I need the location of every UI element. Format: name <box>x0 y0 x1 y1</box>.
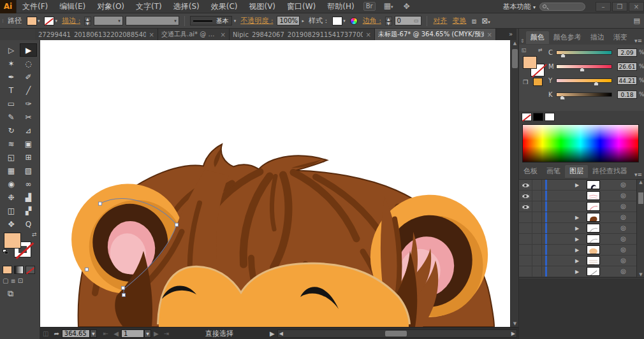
status-expand-icon[interactable]: ▶ <box>270 330 275 337</box>
color-tab-渐变[interactable]: 渐变 <box>609 31 632 44</box>
panel-menu-icon[interactable]: ▾≡ <box>634 38 644 44</box>
direct-selection-tool[interactable]: ▷ <box>3 43 20 57</box>
expand-triangle-icon[interactable]: ▶ <box>575 226 579 231</box>
color-tab-描边[interactable]: 描边 <box>586 31 609 44</box>
gradient-tool[interactable]: ▧ <box>20 164 37 177</box>
expand-triangle-icon[interactable]: ▶ <box>575 258 579 264</box>
layer-target-icon[interactable]: ◎ <box>620 192 626 199</box>
out-of-web-color-icon[interactable]: ❒ <box>523 79 528 85</box>
rectangle-tool[interactable]: ▭ <box>3 97 20 110</box>
pen-tool[interactable]: ✒ <box>3 70 20 83</box>
expand-triangle-icon[interactable]: ▶ <box>575 215 579 220</box>
slider-value[interactable]: 0.18 <box>617 90 637 99</box>
export-icon[interactable]: ➦ <box>54 330 59 337</box>
visibility-eye-icon[interactable] <box>522 194 530 199</box>
panel-tab-路径查找器[interactable]: 路径查找器 <box>588 165 632 178</box>
scroll-down-icon[interactable]: ▼ <box>637 272 644 277</box>
opacity-value[interactable]: 100% <box>277 16 300 25</box>
panel-tab-图层[interactable]: 图层 <box>565 165 588 178</box>
select-similar-icon[interactable]: ⊠▾ <box>481 17 490 25</box>
stroke-weight-dropdown[interactable]: ▾ <box>94 16 123 25</box>
visibility-eye-icon[interactable] <box>522 205 530 210</box>
layer-thumbnail[interactable] <box>587 202 600 211</box>
transform-link[interactable]: 变换 <box>453 16 467 25</box>
layer-row[interactable]: ▶◎ <box>519 223 636 234</box>
panel-fill-swatch[interactable] <box>523 56 537 69</box>
perspective-grid-tool[interactable]: ⊞ <box>20 150 37 164</box>
arrange-documents-icon[interactable]: ▦▾ <box>382 2 395 11</box>
stroke-link[interactable]: 描边 : <box>62 16 80 25</box>
layer-row[interactable]: ▶◎ <box>519 256 636 266</box>
chevron-down-icon[interactable]: ▾ <box>343 18 346 24</box>
recolor-artwork-icon[interactable] <box>350 17 358 25</box>
layer-thumbnail[interactable] <box>587 213 600 222</box>
swap-colors-icon[interactable]: ⇄ <box>538 47 543 53</box>
tab-close-icon[interactable]: × <box>221 31 226 38</box>
search-input[interactable] <box>539 3 585 11</box>
panel-menu-icon[interactable]: ▾≡ <box>634 171 644 178</box>
slider-track[interactable] <box>556 50 612 55</box>
slider-value[interactable]: 26.61 <box>617 62 637 71</box>
zoom-tool[interactable]: Q <box>20 217 37 231</box>
default-colors-icon[interactable]: ◱ <box>522 47 527 53</box>
layer-thumbnail[interactable] <box>587 267 600 276</box>
canvas-artboard[interactable] <box>40 40 510 327</box>
vertical-scrollbar[interactable]: ▲ ▼ <box>510 40 518 327</box>
type-tool[interactable]: T <box>3 83 20 97</box>
default-fill-stroke-icon[interactable] <box>3 249 9 256</box>
slider-value[interactable]: 44.21 <box>617 76 637 85</box>
document-tab[interactable]: Nipic_29842067_20190829115417377000.ai*× <box>230 29 375 40</box>
web-safe-color-swatch[interactable] <box>533 78 543 86</box>
layer-target-icon[interactable]: ◎ <box>620 268 626 275</box>
minimize-button[interactable]: – <box>596 2 611 11</box>
layer-row[interactable]: ◎ <box>519 191 636 201</box>
menu-item[interactable]: 窗口(W) <box>281 0 321 13</box>
chevron-right-icon[interactable]: ▸ <box>302 18 304 24</box>
workspace-switcher[interactable]: 基本功能 ▾ <box>499 2 539 11</box>
tab-overflow-icon[interactable]: » <box>505 29 516 40</box>
paint-none-button[interactable] <box>26 266 35 274</box>
last-artboard-icon[interactable]: ⇥ <box>164 330 169 337</box>
menu-item[interactable]: 对象(O) <box>91 0 130 13</box>
layer-target-icon[interactable]: ◎ <box>620 224 626 232</box>
variable-width-profile-dropdown[interactable]: ▾ <box>126 16 179 25</box>
white-swatch[interactable] <box>545 113 555 121</box>
layer-thumbnail[interactable] <box>587 234 600 243</box>
menu-item[interactable]: 效果(C) <box>205 0 244 13</box>
scroll-left-icon[interactable]: ◀ <box>279 330 283 337</box>
color-tab-颜色[interactable]: 颜色 <box>526 31 549 44</box>
panel-tab-画笔[interactable]: 画笔 <box>542 165 565 178</box>
paint-color-button[interactable] <box>3 266 12 274</box>
close-button[interactable]: × <box>629 2 644 11</box>
width-tool[interactable]: ≋ <box>3 137 20 150</box>
visibility-eye-icon[interactable] <box>522 183 530 188</box>
fill-proxy-swatch[interactable] <box>4 233 21 249</box>
first-artboard-icon[interactable]: ⇤ <box>103 330 108 337</box>
selection-tool[interactable]: ▶ <box>20 43 37 57</box>
scroll-up-icon[interactable]: ▲ <box>637 180 644 185</box>
restore-button[interactable]: ❒ <box>612 2 627 11</box>
isolate-object-icon[interactable]: ⧈ <box>472 17 477 25</box>
color-spectrum-bar[interactable] <box>522 124 639 162</box>
scissors-tool[interactable]: ✂ <box>20 110 37 124</box>
layer-target-icon[interactable]: ◎ <box>620 257 626 264</box>
chevron-down-icon[interactable]: ▾ <box>38 18 40 24</box>
tab-close-icon[interactable]: × <box>149 31 154 38</box>
menu-item[interactable]: 帮助(H) <box>321 0 360 13</box>
expand-triangle-icon[interactable]: ▶ <box>575 269 579 275</box>
expand-triangle-icon[interactable]: ▶ <box>575 236 579 242</box>
layer-thumbnail[interactable] <box>587 224 600 233</box>
next-artboard-icon[interactable]: ▶ <box>154 330 159 337</box>
graphic-style-swatch[interactable] <box>332 17 342 25</box>
vertical-scroll-thumb[interactable] <box>512 49 518 68</box>
draw-normal-icon[interactable]: ▢ <box>3 277 8 285</box>
layer-target-icon[interactable]: ◎ <box>620 181 626 189</box>
layer-thumbnail[interactable] <box>587 180 600 189</box>
layer-target-icon[interactable]: ◎ <box>620 235 626 243</box>
layer-thumbnail[interactable] <box>587 256 600 265</box>
chevron-down-icon[interactable]: ▾ <box>234 18 237 24</box>
chevron-down-icon[interactable]: ▾ <box>55 18 57 24</box>
rotate-tool[interactable]: ↻ <box>3 124 20 137</box>
panel-menu-icon[interactable]: ▤ <box>634 17 640 25</box>
shape-builder-tool[interactable]: ◱ <box>3 150 20 164</box>
